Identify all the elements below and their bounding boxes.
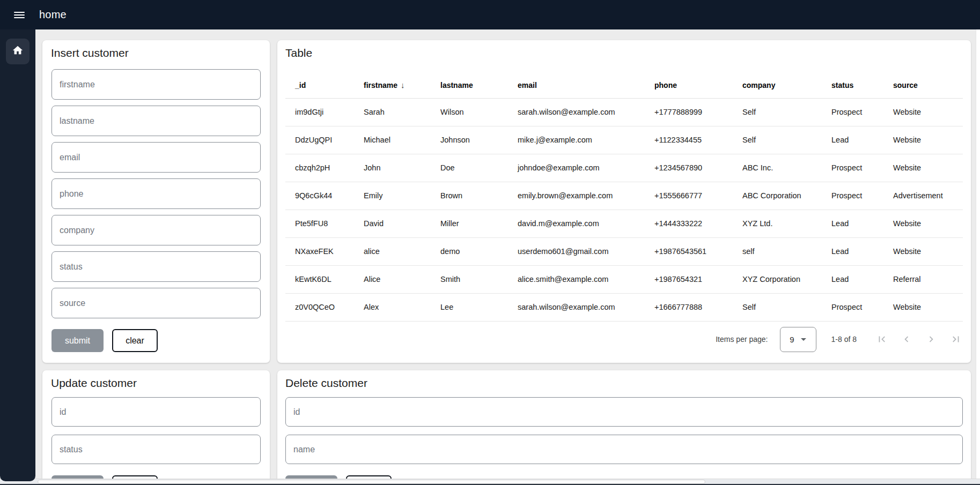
- update-status-input[interactable]: [51, 435, 261, 464]
- table-cell: Alice: [354, 265, 431, 293]
- table-cell: +19876543561: [645, 237, 733, 265]
- table-row: 9Q6cGk44EmilyBrownemily.brown@example.co…: [285, 182, 963, 210]
- menu-icon[interactable]: [14, 12, 25, 18]
- sidebar: [0, 29, 35, 481]
- table-cell: Miller: [431, 210, 508, 237]
- table-cell: ABC Corporation: [733, 182, 822, 210]
- update-customer-card: Update customer submit clear: [42, 370, 270, 485]
- column-header-source[interactable]: source: [883, 72, 963, 98]
- table-cell: johndoe@example.com: [508, 154, 645, 182]
- page-size-select[interactable]: 9: [780, 327, 816, 352]
- delete-customer-card: Delete customer submit clear: [277, 370, 971, 485]
- insert-phone-input[interactable]: [51, 178, 261, 209]
- table-cell: Website: [883, 237, 963, 265]
- table-cell: david.m@example.com: [508, 210, 645, 237]
- page-size-value: 9: [790, 335, 794, 344]
- page-title: home: [39, 9, 67, 21]
- table-cell: +1444333222: [645, 210, 733, 237]
- table-cell: Sarah: [354, 98, 431, 126]
- table-cell: +1234567890: [645, 154, 733, 182]
- table-row: im9dGtjiSarahWilsonsarah.wilson@example.…: [285, 98, 963, 126]
- update-id-input[interactable]: [51, 397, 261, 427]
- column-header-lastname[interactable]: lastname: [431, 72, 508, 98]
- table-cell: alice: [354, 237, 431, 265]
- sidebar-item-home[interactable]: [6, 39, 30, 64]
- table-cell: Lead: [822, 265, 883, 293]
- table-cell: ABC Inc.: [733, 154, 822, 182]
- table-cell: NXaxeFEK: [285, 237, 354, 265]
- table-cell: DdzUgQPI: [285, 126, 354, 154]
- column-header-firstname[interactable]: firstname↓: [354, 72, 431, 98]
- insert-firstname-input[interactable]: [51, 69, 261, 100]
- table-cell: Johnson: [431, 126, 508, 154]
- table-cell: Website: [883, 210, 963, 237]
- table-cell: emily.brown@example.com: [508, 182, 645, 210]
- next-page-icon[interactable]: [924, 332, 938, 346]
- table-cell: David: [354, 210, 431, 237]
- first-page-icon[interactable]: [875, 332, 889, 346]
- table-card-title: Table: [285, 47, 312, 59]
- table-header-row: _id firstname↓ lastname email phone comp…: [285, 72, 963, 98]
- insert-lastname-input[interactable]: [51, 106, 261, 136]
- home-icon: [12, 44, 24, 58]
- table-cell: +1555666777: [645, 182, 733, 210]
- horizontal-scrollbar[interactable]: [0, 479, 980, 484]
- table-row: kEwtK6DLAliceSmithalice.smith@example.co…: [285, 265, 963, 293]
- app-screen: home Insert customer submit clear Table: [0, 0, 980, 485]
- table-row: z0V0QCeOAlexLeesarah.wilson@example.com+…: [285, 293, 963, 321]
- table-cell: Wilson: [431, 98, 508, 126]
- table-cell: Lead: [822, 237, 883, 265]
- table-cell: Smith: [431, 265, 508, 293]
- table-cell: alice.smith@example.com: [508, 265, 645, 293]
- insert-card-title: Insert customer: [51, 47, 129, 59]
- delete-id-input[interactable]: [285, 397, 963, 427]
- table-cell: Michael: [354, 126, 431, 154]
- insert-clear-button[interactable]: clear: [112, 329, 158, 352]
- table-cell: Advertisement: [883, 182, 963, 210]
- table-cell: Referral: [883, 265, 963, 293]
- insert-source-input[interactable]: [51, 288, 261, 318]
- last-page-icon[interactable]: [949, 332, 963, 346]
- table-cell: Self: [733, 98, 822, 126]
- previous-page-icon[interactable]: [900, 332, 913, 346]
- table-cell: Self: [733, 126, 822, 154]
- table-cell: z0V0QCeO: [285, 293, 354, 321]
- table-row: cbzqh2pHJohnDoejohndoe@example.com+12345…: [285, 154, 963, 182]
- table-cell: sarah.wilson@example.com: [508, 98, 645, 126]
- delete-card-title: Delete customer: [285, 377, 367, 390]
- table-cell: im9dGtji: [285, 98, 354, 126]
- insert-company-input[interactable]: [51, 215, 261, 245]
- sort-desc-icon: ↓: [401, 80, 405, 89]
- horizontal-scrollbar-thumb[interactable]: [38, 480, 705, 484]
- table-cell: sarah.wilson@example.com: [508, 293, 645, 321]
- table-cell: Website: [883, 154, 963, 182]
- delete-name-input[interactable]: [285, 435, 963, 464]
- column-header-status[interactable]: status: [822, 72, 883, 98]
- insert-status-input[interactable]: [51, 251, 261, 282]
- table-cell: cbzqh2pH: [285, 154, 354, 182]
- menu-icon-bar: [14, 12, 25, 13]
- table-cell: Prospect: [822, 293, 883, 321]
- insert-submit-button[interactable]: submit: [51, 329, 104, 352]
- table-cell: Lead: [822, 126, 883, 154]
- column-header-id[interactable]: _id: [285, 72, 354, 98]
- table-cell: Website: [883, 293, 963, 321]
- table-card: Table _id firstname↓ lastname email phon…: [277, 40, 971, 363]
- customers-table: _id firstname↓ lastname email phone comp…: [285, 72, 963, 322]
- column-header-email[interactable]: email: [508, 72, 645, 98]
- table-cell: 9Q6cGk44: [285, 182, 354, 210]
- insert-customer-card: Insert customer submit clear: [42, 40, 270, 363]
- vertical-scrollbar[interactable]: [976, 29, 980, 479]
- table-row: NXaxeFEKalicedemouserdemo601@gmail.com+1…: [285, 237, 963, 265]
- table-cell: Brown: [431, 182, 508, 210]
- column-header-firstname-label: firstname: [364, 81, 397, 89]
- table-cell: self: [733, 237, 822, 265]
- table-cell: Prospect: [822, 154, 883, 182]
- table-cell: +1777888999: [645, 98, 733, 126]
- table-cell: Website: [883, 98, 963, 126]
- column-header-phone[interactable]: phone: [645, 72, 733, 98]
- column-header-company[interactable]: company: [733, 72, 822, 98]
- table-cell: kEwtK6DL: [285, 265, 354, 293]
- table-cell: XYZ Ltd.: [733, 210, 822, 237]
- insert-email-input[interactable]: [51, 142, 261, 173]
